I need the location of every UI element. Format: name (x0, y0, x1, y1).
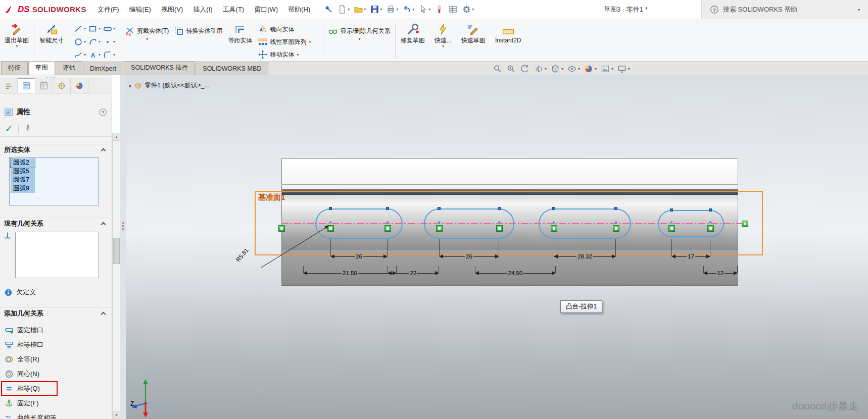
menu-item-2[interactable]: 视图(V) (156, 3, 188, 16)
previous-view-button[interactable] (520, 64, 530, 74)
sketch-point[interactable] (614, 207, 617, 210)
dropdown-caret-icon[interactable]: ▾ (628, 67, 630, 71)
tab-3[interactable]: DimXpert (83, 63, 123, 75)
graphics-viewport[interactable]: ▸ 零件1 (默认<<默认>_... 基准面1 ********262628.3… (126, 75, 868, 419)
tab-0[interactable]: 特征 (1, 61, 28, 75)
coincident-relation-marker[interactable] (551, 225, 557, 232)
move-entities-button[interactable]: 移动实体 ▾ (256, 49, 320, 60)
undo-button[interactable]: ▾ (401, 4, 416, 15)
section-add-relations[interactable]: 添加几何关系 (0, 307, 112, 319)
coincident-relation-marker[interactable] (668, 225, 675, 232)
expand-arrow-icon[interactable]: ▸ (129, 83, 132, 88)
help-icon[interactable]: ? (710, 5, 719, 14)
select-button[interactable]: ▾ (417, 4, 432, 15)
sketch-point[interactable] (552, 207, 555, 210)
chevron-down-icon[interactable]: ▾ (858, 8, 860, 12)
ok-button[interactable]: ✓ (5, 124, 13, 133)
menu-item-3[interactable]: 插入(I) (188, 3, 217, 16)
zoom-fit-button[interactable] (493, 64, 503, 74)
configuration-tab[interactable] (35, 78, 53, 93)
appearance-button[interactable]: ▾ (584, 64, 597, 74)
dropdown-caret-icon[interactable]: ▾ (380, 7, 382, 12)
splitter-handle[interactable]: ●●● (122, 222, 124, 231)
search-box[interactable]: ? 搜索 SOLIDWORKS 帮助 ▾ (701, 0, 868, 19)
dropdown-caret-icon[interactable]: ▾ (113, 53, 115, 57)
collapse-chevron-icon[interactable] (101, 148, 106, 153)
options-button[interactable]: ▾ (460, 4, 475, 15)
property-manager-tab[interactable] (18, 78, 35, 93)
menu-item-5[interactable]: 窗口(W) (249, 3, 283, 16)
dropdown-caret-icon[interactable]: ▾ (309, 40, 311, 44)
save-button[interactable]: ▾ (368, 4, 383, 15)
dimension-26[interactable]: 26 (330, 253, 388, 260)
instant2d-button[interactable]: Instant2D (489, 21, 527, 60)
appearances-tab[interactable] (71, 78, 88, 93)
tab-1[interactable]: 草图 (28, 61, 55, 75)
dropdown-caret-icon[interactable]: ▾ (99, 39, 101, 44)
selected-entities-listbox[interactable]: 圆弧2圆弧5圆弧7圆弧9 (9, 157, 99, 205)
text-tool-button[interactable]: A▾ (87, 48, 102, 61)
dropdown-caret-icon[interactable]: ▾ (396, 7, 398, 12)
relation-button-0[interactable]: 固定槽口 (1, 323, 111, 337)
fillet-tool-button[interactable]: ▾ (102, 48, 116, 61)
relation-button-2[interactable]: 全等(R) (1, 352, 111, 366)
coincident-relation-marker[interactable] (436, 225, 443, 232)
coincident-relation-marker[interactable] (742, 221, 748, 227)
sketch-point[interactable] (386, 207, 389, 210)
exit-sketch-button[interactable]: 退出草图 ▾ (2, 21, 31, 60)
sketch-point[interactable] (670, 208, 673, 212)
sketch-point[interactable] (329, 207, 332, 210)
search-placeholder[interactable]: 搜索 SOLIDWORKS 帮助 (723, 5, 853, 14)
dimension-22[interactable]: 22 (388, 270, 439, 277)
relation-button-5[interactable]: 固定(F) (1, 396, 111, 410)
hide-show-button[interactable]: ▾ (567, 64, 580, 74)
dropdown-caret-icon[interactable]: ▾ (412, 7, 414, 12)
existing-relations-listbox[interactable] (15, 232, 99, 278)
dropdown-caret-icon[interactable]: ▾ (611, 67, 613, 71)
dropdown-caret-icon[interactable]: ▾ (16, 44, 18, 48)
coincident-relation-marker[interactable] (496, 225, 503, 232)
relation-button-3[interactable]: 同心(N) (1, 366, 111, 381)
dropdown-caret-icon[interactable]: ▾ (146, 37, 148, 41)
selected-entity-2[interactable]: 圆弧7 (11, 176, 35, 184)
mirror-entities-button[interactable]: 镜向实体 (256, 24, 320, 35)
spline-tool-button[interactable]: ▾ (73, 48, 87, 61)
table-button[interactable] (447, 4, 459, 15)
selected-entity-1[interactable]: 圆弧5 (11, 167, 35, 176)
collapse-chevron-icon[interactable] (101, 222, 106, 227)
dropdown-caret-icon[interactable]: ▾ (359, 37, 361, 41)
dimension-26[interactable]: 26 (439, 253, 499, 260)
dropdown-caret-icon[interactable]: ▾ (428, 7, 430, 12)
rectangle-tool-button[interactable]: ▾ (87, 22, 102, 35)
dimension-28.32[interactable]: 28.32 (554, 253, 616, 260)
section-selected-entities[interactable]: 所选实体 (0, 144, 112, 155)
collapse-chevron-icon[interactable] (101, 312, 106, 317)
coincident-relation-marker[interactable] (613, 225, 619, 232)
line-tool-button[interactable]: ▾ (73, 22, 87, 35)
dimxpert-tab[interactable] (53, 78, 71, 93)
flyout-feature-tree[interactable]: ▸ 零件1 (默认<<默认>_... (129, 81, 210, 90)
rapid-button[interactable]: 快速... ▾ (428, 21, 458, 60)
panel-splitter[interactable]: ●●● (120, 75, 126, 419)
scroll-up-button[interactable]: ▲ (113, 133, 120, 141)
relation-button-4[interactable]: 相等(Q) (1, 381, 58, 396)
menu-item-6[interactable]: 帮助(H) (283, 3, 315, 16)
dropdown-caret-icon[interactable]: ▾ (442, 44, 444, 48)
coincident-relation-marker[interactable] (707, 225, 714, 232)
dropdown-caret-icon[interactable]: ▾ (84, 53, 86, 57)
sketch-point[interactable] (709, 208, 712, 212)
relation-button-1[interactable]: 相等槽口 (1, 337, 111, 352)
relation-button-6[interactable]: 曲线长度相等... (1, 410, 111, 419)
arc-tool-button[interactable]: ▾ (87, 35, 102, 48)
new-document-button[interactable]: ▾ (336, 4, 351, 15)
panel-help-icon[interactable]: ? (99, 108, 107, 117)
dropdown-caret-icon[interactable]: ▾ (595, 67, 597, 71)
radius-dimension[interactable]: R5.81 (235, 247, 250, 263)
measure-button[interactable] (433, 4, 446, 15)
dropdown-caret-icon[interactable]: ▾ (84, 26, 86, 31)
selected-entity-0[interactable]: 圆弧2 (11, 159, 35, 167)
rapid-sketch-button[interactable]: 快速草图 (459, 21, 488, 60)
tab-4[interactable]: SOLIDWORKS 插件 (124, 61, 195, 75)
dropdown-caret-icon[interactable]: ▾ (472, 7, 474, 12)
selected-entity-3[interactable]: 圆弧9 (11, 184, 35, 193)
